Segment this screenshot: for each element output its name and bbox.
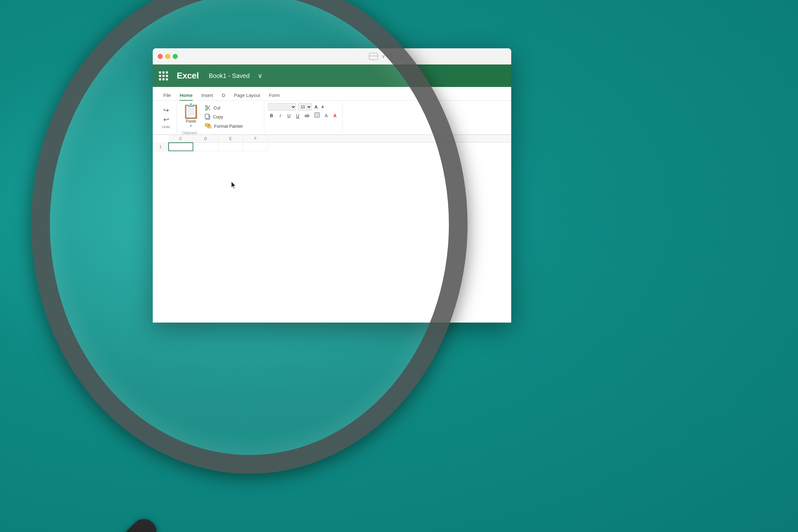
window-layout-icon[interactable]	[369, 53, 378, 60]
col-header-e: E	[218, 135, 243, 142]
forward-button[interactable]: ›	[398, 52, 404, 60]
excel-window: ∨ ‹ › Excel Book1 - Saved ∨	[153, 48, 511, 323]
doc-title: Book1 - Saved	[209, 72, 250, 79]
title-bar-center: ∨ ‹ ›	[369, 52, 404, 60]
menu-item-insert[interactable]: Insert	[197, 90, 217, 100]
copy-button[interactable]: Copy	[205, 114, 243, 120]
grid-dot	[159, 75, 161, 77]
close-button[interactable]	[158, 54, 163, 59]
grid-dot	[163, 71, 165, 74]
italic-button[interactable]: I	[277, 113, 284, 119]
clipboard-section-label: Clipboard	[182, 130, 197, 135]
menu-item-d[interactable]: D	[217, 90, 229, 100]
col-header-d: D	[193, 135, 218, 142]
format-painter-button[interactable]: Format Painter	[205, 123, 243, 129]
menu-item-form[interactable]: Form	[264, 90, 284, 100]
title-bar: ∨ ‹ ›	[153, 48, 511, 64]
cell-c1[interactable]	[168, 142, 193, 151]
svg-rect-5	[205, 114, 209, 118]
back-button[interactable]: ‹	[389, 52, 395, 60]
app-grid-icon[interactable]	[159, 71, 168, 80]
maximize-button[interactable]	[173, 54, 178, 59]
format-painter-icon	[205, 123, 212, 129]
undo-section: ↩ ↩ Undo	[155, 102, 177, 133]
app-name: Excel	[177, 71, 199, 81]
undo-label: Undo	[162, 125, 170, 129]
grid-dot	[166, 78, 168, 80]
minimize-button[interactable]	[165, 54, 170, 59]
border-icon	[315, 113, 320, 117]
col-header-c: C	[168, 135, 193, 142]
ribbon-menu: File Home Insert D Page Layout Form	[153, 87, 511, 101]
grid-dot	[159, 78, 161, 80]
row-1-cells	[168, 142, 268, 151]
copy-icon	[205, 114, 210, 120]
menu-item-page-layout[interactable]: Page Layout	[229, 90, 264, 100]
font-size-increase-button[interactable]: A	[314, 104, 319, 109]
font-size-select[interactable]: 11	[298, 103, 312, 111]
font-family-select[interactable]	[268, 103, 296, 111]
spreadsheet-area: C D E F 1	[153, 135, 511, 142]
format-painter-label: Format Painter	[214, 124, 243, 129]
cell-e1[interactable]	[218, 142, 243, 151]
cell-f1[interactable]	[243, 142, 268, 151]
undo-icon[interactable]: ↩	[163, 106, 169, 114]
paste-dropdown-arrow[interactable]: ▾	[190, 124, 192, 128]
paste-button[interactable]: 📋 Paste ▾	[182, 104, 200, 128]
column-headers: C D E F	[168, 135, 511, 142]
font-bottom-controls: B I U U ab A A	[268, 112, 339, 119]
fill-color-button[interactable]: A	[323, 113, 330, 119]
clipboard-section: 📋 Paste ▾	[177, 102, 264, 133]
clipboard-top: 📋 Paste ▾	[182, 104, 243, 130]
paste-icon: 📋	[182, 104, 200, 118]
row-number-1: 1	[153, 142, 168, 151]
menu-item-file[interactable]: File	[159, 90, 175, 100]
col-header-f: F	[243, 135, 268, 142]
grid-dot	[166, 71, 168, 74]
grid-dot	[166, 75, 168, 77]
grid-dot	[163, 75, 165, 77]
menu-item-home[interactable]: Home	[175, 90, 197, 100]
excel-header-bar: Excel Book1 - Saved ∨	[153, 64, 511, 87]
cut-label: Cut	[213, 105, 221, 110]
font-section: 11 A A B I U U ab	[264, 102, 343, 133]
copy-label: Copy	[213, 114, 223, 119]
paste-label: Paste	[186, 119, 196, 124]
svg-rect-7	[207, 126, 210, 128]
bold-button[interactable]: B	[268, 113, 275, 119]
redo-icon[interactable]: ↩	[163, 116, 169, 124]
svg-point-1	[205, 109, 207, 110]
font-color-button[interactable]: A	[332, 113, 339, 119]
doc-title-chevron[interactable]: ∨	[258, 72, 263, 79]
traffic-lights	[158, 54, 178, 59]
ribbon-toolbar: ↩ ↩ Undo 📋 Paste ▾	[153, 101, 511, 135]
strikethrough-button[interactable]: ab	[303, 113, 311, 119]
scissors-icon	[205, 105, 211, 111]
clipboard-items: Cut Copy	[205, 104, 243, 130]
row-numbers: 1	[153, 142, 168, 151]
grid-dot	[159, 71, 161, 74]
cell-d1[interactable]	[193, 142, 218, 151]
grid-dot	[163, 78, 165, 80]
chevron-down-icon[interactable]: ∨	[382, 53, 385, 59]
border-button[interactable]	[313, 112, 321, 119]
cut-button[interactable]: Cut	[205, 105, 243, 111]
svg-line-8	[210, 125, 211, 129]
font-size-decrease-button[interactable]: A	[320, 105, 325, 109]
font-top-controls: 11 A A	[268, 103, 339, 111]
svg-point-0	[205, 105, 207, 107]
underline-button[interactable]: U	[286, 113, 292, 119]
double-underline-button[interactable]: U	[294, 113, 301, 119]
